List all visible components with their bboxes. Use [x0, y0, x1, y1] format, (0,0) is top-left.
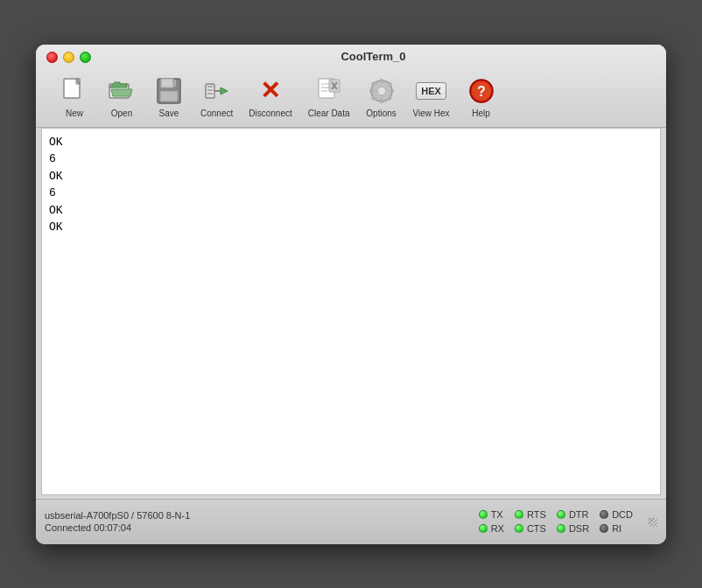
open-icon [106, 75, 137, 107]
rx-signal: RX [479, 523, 504, 534]
clear-data-button[interactable]: Clear Data [301, 72, 357, 122]
maximize-button[interactable] [80, 52, 91, 63]
traffic-lights [46, 52, 91, 63]
main-window: CoolTerm_0 New [36, 45, 666, 544]
options-button[interactable]: Options [359, 72, 404, 122]
tx-signal: TX [479, 509, 504, 520]
save-button[interactable]: Save [146, 72, 192, 122]
minimize-button[interactable] [63, 52, 74, 63]
toolbar: New Open [46, 68, 656, 127]
status-bar: usbserial-A700fpS0 / 57600 8-N-1 Connect… [36, 499, 666, 544]
help-label: Help [472, 108, 490, 118]
save-icon [153, 75, 185, 107]
dcd-ri-column: DCD RI [600, 509, 633, 534]
svg-rect-23 [369, 89, 374, 92]
dcd-signal: DCD [600, 509, 633, 520]
terminal-line: OK [49, 134, 653, 151]
clear-data-label: Clear Data [308, 108, 350, 118]
cts-led [515, 524, 523, 533]
tx-led [479, 510, 488, 519]
help-icon: ? [466, 75, 497, 107]
terminal-line: OK [49, 168, 653, 186]
svg-rect-22 [380, 99, 383, 103]
save-label: Save [159, 108, 179, 118]
svg-rect-10 [207, 93, 213, 94]
dsr-led [557, 524, 565, 533]
ri-label: RI [612, 523, 621, 534]
status-left: usbserial-A700fpS0 / 57600 8-N-1 Connect… [45, 510, 190, 533]
dsr-label: DSR [569, 523, 589, 534]
dsr-signal: DSR [557, 523, 589, 534]
svg-rect-5 [160, 91, 178, 102]
disconnect-button[interactable]: ✕ Disconnect [242, 72, 298, 122]
new-icon [59, 75, 90, 107]
tx-rx-column: TX RX [479, 509, 504, 534]
options-label: Options [366, 108, 396, 118]
terminal-line: 6 [49, 185, 653, 202]
rts-signal: RTS [515, 509, 546, 520]
rts-led [515, 510, 523, 519]
view-hex-icon: HEX [416, 75, 447, 107]
view-hex-button[interactable]: HEX View Hex [406, 72, 457, 122]
resize-handle[interactable] [647, 516, 657, 527]
view-hex-label: View Hex [413, 108, 450, 118]
dtr-signal: DTR [557, 509, 589, 520]
svg-point-20 [377, 87, 386, 95]
status-right: TX RX RTS CTS [479, 509, 657, 534]
open-button[interactable]: Open [99, 72, 144, 122]
rts-label: RTS [527, 509, 546, 520]
dcd-led [600, 510, 608, 519]
svg-marker-11 [221, 88, 228, 94]
svg-rect-4 [161, 79, 173, 88]
rx-label: RX [491, 523, 504, 534]
open-label: Open [111, 108, 132, 118]
svg-rect-21 [380, 79, 383, 83]
cts-label: CTS [527, 523, 546, 534]
help-button[interactable]: ? Help [459, 72, 504, 122]
connect-button[interactable]: Connect [193, 72, 240, 122]
port-info: usbserial-A700fpS0 / 57600 8-N-1 [45, 510, 190, 521]
disconnect-label: Disconnect [249, 108, 291, 118]
tx-label: TX [491, 509, 503, 520]
dtr-led [557, 510, 565, 519]
connect-icon [201, 75, 233, 107]
ri-signal: RI [600, 523, 633, 534]
dtr-dsr-column: DTR DSR [557, 509, 589, 534]
cts-signal: CTS [515, 523, 546, 534]
dtr-label: DTR [569, 509, 589, 520]
ri-led [600, 524, 608, 533]
dcd-label: DCD [612, 509, 633, 520]
terminal-line: OK [49, 219, 653, 236]
disconnect-icon: ✕ [255, 75, 286, 107]
terminal-line: OK [49, 202, 653, 220]
clear-data-icon [313, 75, 345, 107]
rts-cts-column: RTS CTS [515, 509, 546, 534]
svg-rect-9 [207, 89, 213, 91]
svg-rect-24 [390, 89, 394, 92]
title-bar: CoolTerm_0 New [36, 45, 666, 128]
svg-rect-6 [172, 80, 176, 87]
terminal-output: OK6OK6OKOK [41, 128, 661, 495]
options-icon [366, 75, 397, 107]
new-label: New [66, 108, 83, 118]
window-title: CoolTerm_0 [91, 50, 656, 63]
terminal-line: 6 [49, 150, 653, 168]
rx-led [479, 524, 488, 533]
new-button[interactable]: New [52, 72, 97, 122]
connect-label: Connect [200, 108, 233, 118]
svg-rect-8 [207, 86, 213, 88]
close-button[interactable] [46, 52, 58, 63]
connection-time: Connected 00:07:04 [45, 522, 190, 533]
svg-text:?: ? [477, 84, 486, 99]
